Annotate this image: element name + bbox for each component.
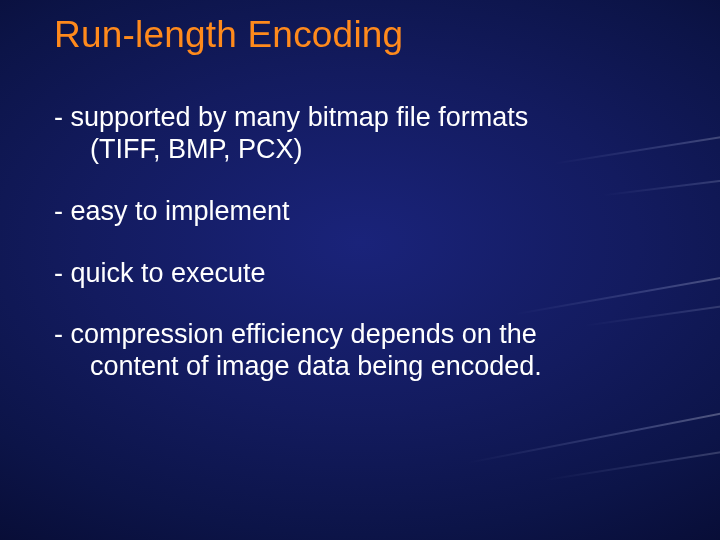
bullet-item: - compression efficiency depends on the … [54,319,660,383]
slide-title: Run-length Encoding [54,14,403,56]
decorative-streak [465,405,720,464]
bullet-text: - easy to implement [54,196,290,226]
bullet-text: - supported by many bitmap file formats [54,102,528,132]
slide-body: - supported by many bitmap file formats … [54,102,660,413]
bullet-item: - quick to execute [54,258,660,290]
slide: Run-length Encoding - supported by many … [0,0,720,540]
bullet-item: - supported by many bitmap file formats … [54,102,660,166]
decorative-streak [543,445,720,481]
bullet-item: - easy to implement [54,196,660,228]
bullet-text: - compression efficiency depends on the [54,319,537,349]
bullet-text-cont: content of image data being encoded. [54,351,660,383]
bullet-text: - quick to execute [54,258,266,288]
